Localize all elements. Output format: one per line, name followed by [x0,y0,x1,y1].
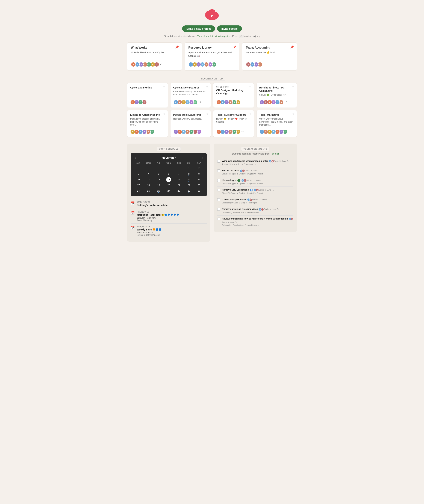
view-templates-link[interactable]: View templates [215,35,230,37]
calendar-day[interactable]: 4 [146,172,151,176]
star-icon[interactable]: ☆ [292,85,294,88]
calendar-day[interactable]: 20 [166,183,171,188]
calendar-day-label: SUN [134,162,143,165]
recently-visited-card[interactable]: Cycle 1: Marketing ☆ 1357 [127,83,168,108]
pin-icon: 📌 [290,45,294,49]
star-icon[interactable]: ☆ [206,112,208,115]
calendar-prev-button[interactable]: ‹ [134,156,137,160]
calendar-day[interactable]: 19 [156,183,161,188]
recently-visited-card[interactable]: Team: Customer Support ☆ Human 🙂 Friendl… [213,110,254,137]
calendar-day[interactable]: 11 [146,177,151,182]
pinned-project-card[interactable]: Team: Accounting 📌 We know where the 💰 i… [242,42,297,71]
calendar-today[interactable]: 13 [166,177,171,182]
assignment-title[interactable]: Remove URL validations 2 D L Daniel Y. L… [222,188,293,191]
recently-visited-card[interactable]: People Ops: Leadership ☆ How can we grow… [170,110,211,137]
calendar-day [176,166,181,171]
recently-visited-card[interactable]: Team: Marketing ☆ Where we connect about… [256,110,297,137]
assignment-badge: 2 [250,189,253,191]
assignment-checkbox[interactable] [217,189,220,191]
calendar: ‹ November › SUNMONTUEWEDTHUFRISAT 12345… [131,153,207,196]
star-icon[interactable]: ☆ [206,85,208,88]
star-icon[interactable]: ☆ [163,85,166,88]
calendar-day[interactable]: 29 [186,188,191,193]
calendar-day[interactable]: 18 [146,183,151,188]
avatar: 1 [130,100,135,105]
star-icon[interactable]: ☆ [249,85,252,88]
schedule-item: 📅 WED, NOV 13 Nothing's on the schedule [131,199,207,209]
assignment-checkbox[interactable] [217,160,220,163]
assignment-checkbox[interactable] [217,169,220,172]
pinned-project-card[interactable]: What Works 📌 Kickoffs, Heartbeats, and C… [127,42,182,71]
star-icon[interactable]: ☆ [249,112,252,115]
calendar-day[interactable]: 15 [186,177,191,182]
see-all-link[interactable]: see all [272,152,279,155]
assignment-checkbox[interactable] [217,198,220,201]
assignment-meta: Onboarding Flow in Cycle 2: New Features [222,224,293,227]
project-title: What Works [131,46,178,49]
calendar-day[interactable]: 8 [186,172,191,176]
avatar: 3 [173,129,178,134]
calendar-day[interactable]: 5 [156,172,161,176]
calendar-day[interactable]: 21 [176,183,181,188]
calendar-day[interactable]: 27 [166,188,171,193]
calendar-month: November [162,156,176,160]
calendar-day-label: FRI [184,162,194,165]
calendar-day[interactable]: 6 [166,172,171,176]
calendar-day[interactable]: 2 [196,166,201,171]
calendar-day-headers: SUNMONTUEWEDTHUFRISAT [134,162,204,165]
calendar-next-button[interactable]: › [201,156,204,160]
recently-visited-card[interactable]: Cycle 2: New Features ☆ 6-WEEKER: Making… [170,83,211,108]
calendar-grid: 1234567891011121314151617181920212223242… [134,166,204,194]
recently-visited-card[interactable]: Listing-to-Offers Pipeline ☆ Manage the … [127,110,168,137]
calendar-day [166,166,171,171]
avatar: 1 [131,62,136,67]
calendar-day[interactable]: 23 [196,183,201,188]
new-project-button[interactable]: Make a new project [182,25,215,32]
calendar-day[interactable]: 26 [156,188,161,193]
recently-visited-section: RECENTLY VISITED Cycle 1: Marketing ☆ 13… [127,77,297,137]
calendar-day[interactable]: 9 [196,172,201,176]
assignments-label: YOUR ASSIGNMENTS [217,147,293,150]
calendar-day[interactable]: 17 [136,183,141,188]
calendar-day[interactable]: 12 [156,177,161,182]
rv-title: Honcho Airlines: PPC Campaigns [259,86,294,92]
view-all-link[interactable]: View all in a list [197,35,213,37]
star-icon[interactable]: ☆ [163,112,166,115]
calendar-day[interactable]: 7 [176,172,181,176]
calendar-day[interactable]: 1 [186,166,191,171]
schedule-event-title[interactable]: Marketing Team Call 🙂👥👤👤👤👤 [137,214,179,216]
assignment-title[interactable]: Create library of doors D L Daniel Y. Lu… [222,198,293,201]
assignment-title[interactable]: Windows app freezes when pressing enter … [222,160,293,163]
invite-people-button[interactable]: Invite people [217,25,242,32]
schedule-event-title[interactable]: Weekly Sync 🧡👤👤 [137,228,162,231]
star-icon[interactable]: ☆ [292,112,294,115]
assignment-checkbox[interactable] [217,179,220,182]
calendar-day[interactable]: 30 [196,188,201,193]
assignment-checkbox[interactable] [217,218,220,220]
calendar-day[interactable]: 10 [136,177,141,182]
header: e Make a new project Invite people Pinne… [127,7,297,37]
assignment-title[interactable]: Sort list of links D L Daniel Y. Luna R. [222,169,293,172]
avatar-tiny: L [249,198,252,201]
schedule-event-title[interactable]: Nothing's on the schedule [137,204,168,207]
calendar-day [146,166,151,171]
calendar-day[interactable]: 24 [136,188,141,193]
recently-visited-card[interactable]: Honcho Airlines: PPC Campaigns ☆ Status:… [256,83,297,108]
calendar-day[interactable]: 25 [146,188,151,193]
rv-title: Team: Marketing [259,113,294,116]
assignment-checkbox[interactable] [217,208,220,211]
assignment-item: Create library of doors D L Daniel Y. Lu… [217,196,293,206]
schedule-calendar-icon: 📅 [131,211,135,215]
calendar-day[interactable]: 16 [196,177,201,182]
assignment-title[interactable]: Update logos 1 D L Daniel Y. Luna R. [222,179,293,182]
calendar-day[interactable]: 3 [136,172,141,176]
recently-visited-card[interactable]: GH DESIGNS GH Designs: Marketing Campaig… [213,83,254,108]
rv-description: Human 🙂 Friendly ❤️ Timely ⏱️ Support [216,117,251,123]
calendar-day[interactable]: 22 [186,183,191,188]
calendar-day[interactable]: 28 [176,188,181,193]
assignment-assignees: D L Daniel Y. Luna R. [247,198,267,201]
calendar-day[interactable]: 14 [176,177,181,182]
pinned-project-card[interactable]: Resource Library 📌 A place to share reso… [185,42,239,71]
assignment-title[interactable]: Review onboarding flow to make sure it w… [222,217,293,224]
assignment-title[interactable]: Remove or revise welcome video D L Danie… [222,208,293,211]
